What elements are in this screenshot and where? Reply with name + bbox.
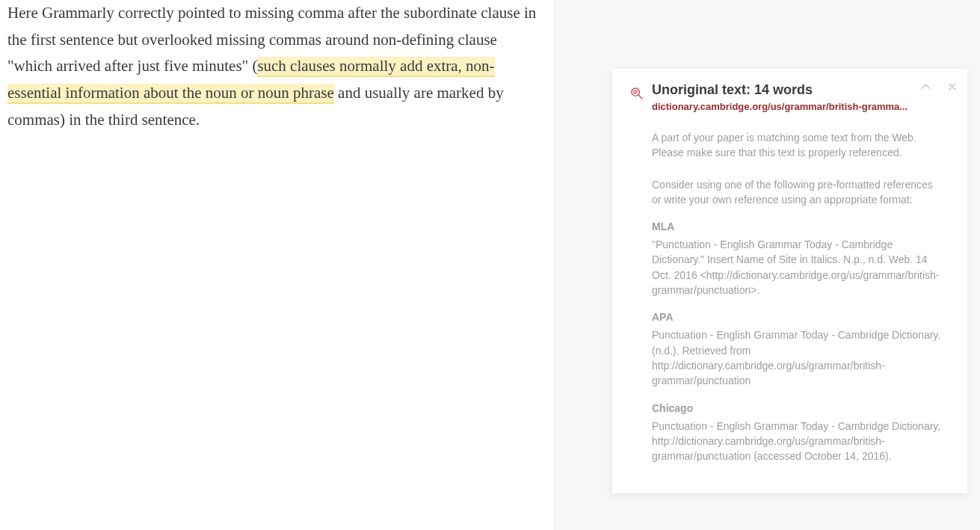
panel-message-1: A part of your paper is matching some te…: [652, 130, 942, 161]
panel-source-link[interactable]: dictionary.cambridge.org/us/grammar/brit…: [652, 101, 934, 112]
panel-message-2: Consider using one of the following pre-…: [652, 177, 942, 208]
plagiarism-icon: [630, 87, 644, 100]
panel-title: Unoriginal text: 14 words: [652, 82, 934, 98]
format-label-chicago: Chicago: [652, 402, 942, 414]
format-label-mla: MLA: [652, 221, 942, 232]
format-text-mla[interactable]: "Punctuation - English Grammar Today - C…: [652, 237, 942, 298]
plagiarism-panel: Unoriginal text: 14 words dictionary.cam…: [612, 69, 967, 493]
panel-body: A part of your paper is matching some te…: [612, 112, 967, 463]
format-text-chicago[interactable]: Punctuation - English Grammar Today - Ca…: [652, 419, 942, 464]
format-label-apa: APA: [652, 311, 942, 323]
svg-line-1: [638, 95, 642, 99]
editor-paragraph[interactable]: Here Grammarly correctly pointed to miss…: [7, 0, 538, 133]
panel-header: Unoriginal text: 14 words dictionary.cam…: [612, 69, 967, 112]
format-text-apa[interactable]: Punctuation - English Grammar Today - Ca…: [652, 327, 942, 388]
editor-area[interactable]: Here Grammarly correctly pointed to miss…: [0, 0, 553, 530]
